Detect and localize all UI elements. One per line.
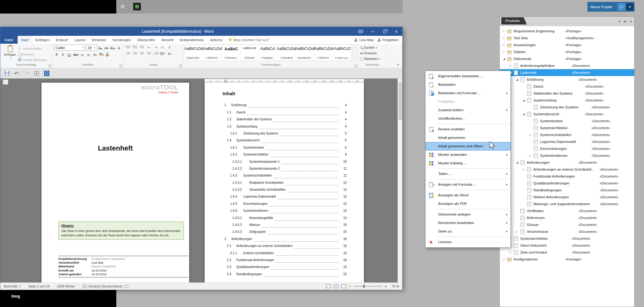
subscript-button[interactable]: x2	[80, 52, 85, 57]
tree-item[interactable]: Funktionale Anforderungen«Document»	[500, 173, 634, 180]
tree-item[interactable]: ▷Systemschnittstellen«Document»	[500, 131, 634, 138]
menu-item[interactable]: Gehe zu▸	[426, 227, 510, 236]
tab-verweise[interactable]: Verweise	[88, 36, 109, 44]
menu-item[interactable]: Dokumente anlegen▸	[426, 210, 510, 219]
font-family-select[interactable]: Calibri▾	[54, 45, 85, 51]
panel-tab-produkte[interactable]: Produkte	[501, 17, 527, 25]
tab-start[interactable]: Start	[18, 36, 32, 44]
pin-icon[interactable]	[623, 19, 627, 25]
increase-indent-button[interactable]: ⇥	[153, 45, 159, 50]
tree-item[interactable]: Zielsetzung des Systems«Document»	[500, 104, 634, 111]
status-page[interactable]: Seite 1 von 24	[28, 284, 49, 288]
font-color-button[interactable]: A▾	[105, 52, 110, 57]
font-size-select[interactable]: 18▾	[86, 45, 96, 51]
tree-item[interactable]: ▷Dateien«Package»	[500, 48, 634, 55]
tab-add-ins[interactable]: Add-Ins	[207, 36, 226, 44]
undo-button[interactable]: ↶▾	[14, 71, 20, 76]
redo-button[interactable]: ↷	[25, 71, 29, 76]
text-effects-button[interactable]: A▾	[92, 52, 98, 57]
menu-item[interactable]: Zustand ändern▸	[426, 106, 510, 114]
find-button[interactable]: Suchen▾	[360, 45, 385, 50]
tab-entwurf[interactable]: Entwurf	[53, 36, 71, 44]
style-card[interactable]: AaBbCcDdISzenarioSt...	[296, 45, 315, 61]
cut-button[interactable]: Ausschneiden	[18, 46, 47, 51]
menu-item[interactable]: Eigenschaften bearbeiten ...	[426, 72, 510, 80]
panel-menu-icon[interactable]: ▾	[619, 20, 620, 23]
document-page-2[interactable]: Inhalt 1Einführung41.1Zweck41.2Stakehold…	[205, 83, 364, 282]
shrink-font-button[interactable]: A▾	[104, 45, 109, 50]
tree-item[interactable]: Einschränkungen«Document»	[500, 145, 634, 152]
format-painter-button[interactable]: Format übertragen	[18, 57, 47, 62]
style-card[interactable]: AaBbCcDdFußzeile	[240, 45, 259, 61]
borders-button[interactable]: ⊞▾	[167, 51, 173, 56]
zoom-out-button[interactable]: −	[349, 284, 351, 289]
shading-button[interactable]: ▾	[160, 51, 166, 56]
tree-item[interactable]: Systemkontext«Document»	[500, 118, 634, 124]
align-left-button[interactable]	[125, 51, 131, 56]
dialog-launcher-icon[interactable]: ↘	[48, 64, 51, 67]
expand-arrow-icon[interactable]: ▷	[528, 154, 533, 157]
sort-button[interactable]: A↓	[160, 45, 166, 50]
tree-item[interactable]: ▷Auswertungen«Package»	[500, 41, 634, 48]
tree-item[interactable]: ▷Systemarchitektur«Document»	[500, 235, 634, 242]
read-mode-button[interactable]	[326, 284, 331, 288]
app-logo-icon[interactable]	[133, 3, 141, 10]
copy-button[interactable]: Kopieren	[18, 52, 47, 57]
more-styles-icon[interactable]: ▾	[353, 56, 357, 61]
expand-arrow-icon[interactable]: ▷	[502, 36, 506, 40]
dialog-launcher-icon[interactable]: ↘	[355, 64, 357, 67]
multilevel-list-button[interactable]: ⋮	[139, 45, 145, 50]
tree-item[interactable]: ◢Systemübersicht«Document»	[500, 111, 634, 118]
indent-marker[interactable]	[224, 80, 227, 82]
minimize-button[interactable]	[366, 27, 378, 36]
collapse-arrow-icon[interactable]: ◢	[515, 161, 520, 164]
scrollbar-thumb[interactable]	[399, 82, 402, 120]
new-project-close-icon[interactable]: ×	[626, 3, 633, 10]
account-area[interactable]: Lisa May	[354, 36, 374, 44]
show-paragraph-marks-button[interactable]: ¶	[167, 45, 173, 50]
tab-entwicklertools[interactable]: Entwicklertools	[177, 36, 207, 44]
zoom-slider-thumb[interactable]	[363, 285, 365, 288]
style-card[interactable]: AaBbCcDdI1 Teilelem...	[315, 45, 333, 61]
tree-item[interactable]: ▷Verzeichnisse«Document»	[500, 228, 634, 235]
tree-item[interactable]: ◢Lastenheft«Document»	[500, 69, 634, 76]
expand-arrow-icon[interactable]: ▷	[508, 251, 513, 254]
menu-item[interactable]: Muster-Katalog ...	[426, 159, 510, 167]
change-case-button[interactable]: Aa▾	[110, 45, 115, 50]
tree-item[interactable]: Randbedingungen«Document»	[500, 187, 634, 194]
collapse-arrow-icon[interactable]: ◢	[515, 78, 520, 81]
collapse-arrow-icon[interactable]: ◢	[521, 112, 526, 116]
italic-button[interactable]: K	[60, 52, 66, 57]
tree-item[interactable]: ▷Systemfunktionen«Document»	[500, 152, 634, 159]
new-project-window-icon[interactable]	[618, 3, 625, 10]
collapse-ribbon-icon[interactable]: ^	[397, 63, 399, 67]
align-right-button[interactable]	[139, 51, 145, 56]
zoom-level[interactable]: 76 %	[390, 284, 399, 288]
tree-item[interactable]: Stakeholder des Systems«Document»	[500, 90, 634, 97]
tell-me-box[interactable]: Was möchten Sie tun?	[226, 36, 272, 44]
tree-item[interactable]: ▷Test Sets«TestManagement»	[500, 35, 634, 41]
status-language[interactable]: Deutsch (Deutschland)	[83, 284, 128, 288]
clear-formatting-button[interactable]: A	[116, 45, 122, 50]
hamburger-menu-icon[interactable]: ≡	[121, 2, 125, 11]
menu-item[interactable]: Anzeigen als PDF	[426, 200, 510, 208]
bold-button[interactable]: F	[54, 52, 59, 57]
tab-überprüfen[interactable]: Überprüfen	[134, 36, 159, 44]
style-card[interactable]: AaBbCcDd1 Element...	[203, 45, 222, 61]
tree-item[interactable]: ▷Konfigurationen«Package»	[500, 256, 634, 263]
new-project-label[interactable]: Neues Projekt	[590, 5, 616, 9]
close-button[interactable]: ×	[390, 27, 402, 36]
table-tool-button[interactable]	[34, 71, 39, 75]
superscript-button[interactable]: x2	[86, 52, 91, 57]
share-button[interactable]: Freigeben	[374, 36, 402, 44]
tree-item[interactable]: ◢Dokumente«Package»	[500, 55, 634, 62]
tree-item[interactable]: Logisches Datenmodell«Document»	[500, 138, 634, 145]
touch-keyboard-button[interactable]	[355, 27, 366, 36]
style-card[interactable]: AaBbC1 Element...	[222, 45, 240, 61]
expand-arrow-icon[interactable]: ▷	[502, 43, 506, 47]
style-card[interactable]: AaBbCcD1 Kein Lee...	[333, 45, 352, 61]
bullets-button[interactable]: •	[125, 45, 131, 50]
tree-item[interactable]: Weitere Anforderungen«Document»	[500, 194, 634, 200]
print-layout-button[interactable]	[334, 284, 339, 288]
menu-item[interactable]: Muster anwenden▸	[426, 151, 510, 159]
